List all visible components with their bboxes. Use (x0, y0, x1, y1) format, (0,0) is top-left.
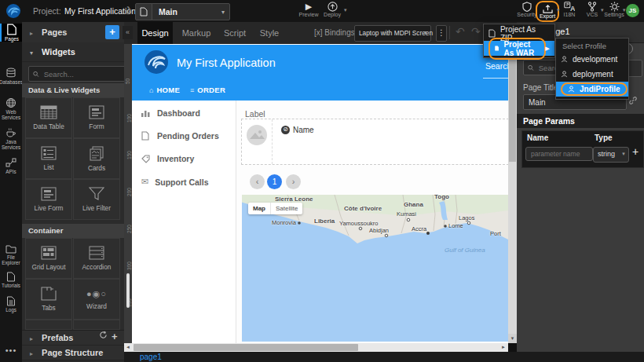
widget-tile-live-filter[interactable]: Live Filter (73, 179, 120, 220)
refresh-prefabs-button[interactable] (99, 331, 108, 339)
dashboard-icon (141, 109, 150, 117)
device-selector-dropdown[interactable]: Laptop with MDPI Screen ▼ (354, 25, 431, 42)
bind-link-icon[interactable] (628, 96, 638, 105)
menu-item-support-calls[interactable]: ✉ Support Calls (141, 177, 208, 187)
widget-tile-tabs[interactable]: Tabs (25, 279, 72, 320)
gear-icon (609, 2, 620, 12)
security-label: Security (517, 12, 536, 17)
statusbar-page-tab[interactable]: page1 (140, 353, 162, 361)
vscroll-thumb[interactable] (509, 44, 516, 162)
vcs-button[interactable]: VCS (583, 2, 602, 17)
expand-down-icon: ▾ (30, 49, 33, 57)
widget-tile-accordion[interactable]: Accordion (73, 238, 120, 279)
param-type-select[interactable]: string ▼ (593, 147, 629, 163)
widget-tile-data-table[interactable]: Data Table (25, 97, 72, 138)
rail-item-file-explorer[interactable]: File Explorer (0, 244, 22, 265)
card-image-cell (242, 119, 273, 164)
widget-tile-form[interactable]: Form (73, 97, 120, 138)
deploy-button[interactable]: Deploy (320, 2, 344, 17)
profile-item-deployment[interactable]: deployment (556, 67, 628, 82)
add-param-button[interactable]: + (632, 145, 639, 158)
widget-tile-grid-layout[interactable]: Grid Layout (25, 238, 72, 279)
widget-tile-partial-1[interactable] (25, 320, 72, 330)
menu-item-inventory[interactable]: Inventory (141, 154, 194, 163)
user-avatar[interactable]: JS (626, 4, 639, 17)
rail-item-apis[interactable]: APIs (0, 157, 22, 174)
collapse-panel-button[interactable]: « (123, 26, 133, 39)
redo-icon[interactable]: ↷ (471, 25, 481, 38)
page-params-table: Name Type string ▼ + (521, 130, 644, 168)
more-options-kebab[interactable]: ⋮ (436, 25, 447, 42)
widget-search[interactable] (28, 66, 125, 82)
rail-item-java-services[interactable]: Java Services (0, 127, 22, 150)
tab-script[interactable]: Script (218, 22, 251, 44)
rail-more-button[interactable]: ••• (0, 346, 22, 355)
design-canvas[interactable]: My First Application Search ⌂ HOME ≡ ORD… (132, 44, 508, 343)
widget-tile-list[interactable]: List (25, 138, 72, 179)
vcs-chevron-icon: ▾ (601, 7, 604, 13)
widget-tile-wizard[interactable]: ●◉○ Wizard (73, 279, 120, 320)
app-search-link[interactable]: Search (485, 61, 508, 71)
add-prefab-button[interactable]: + (112, 330, 118, 344)
menu-item-pending-orders[interactable]: Pending Orders (141, 131, 219, 141)
param-type-value: string (598, 150, 615, 158)
export-menu-item-war[interactable]: Project As WAR ▶ (484, 41, 554, 56)
app-logo-icon (144, 49, 169, 75)
pagination-next-button[interactable]: › (286, 174, 301, 189)
tab-design[interactable]: Design (137, 22, 173, 44)
profile-icon (561, 56, 568, 63)
map-widget[interactable]: Sierra Leone Monrovia Liberia Côte d'Ivo… (242, 195, 508, 342)
satellite-button[interactable]: Satellite (270, 203, 302, 214)
undo-icon[interactable]: ↶ (456, 25, 465, 38)
nav-order[interactable]: ≡ ORDER (190, 86, 225, 94)
profile-item-development[interactable]: development (556, 52, 628, 67)
pagination-prev-button[interactable]: ‹ (250, 174, 265, 189)
canvas-horizontal-scrollbar[interactable]: ◄ ► (124, 343, 508, 352)
scroll-right-arrow-icon[interactable]: ► (499, 343, 507, 352)
prefabs-section-row[interactable]: ▸ Prefabs + (22, 330, 124, 346)
project-label: Project: (33, 6, 61, 16)
list-widget-card[interactable]: ⊘ Name (241, 119, 508, 165)
add-page-button[interactable]: + (105, 25, 119, 39)
widget-search-input[interactable] (42, 69, 123, 79)
page-structure-row[interactable]: ▸ Page Structure (22, 346, 124, 360)
image-placeholder (247, 125, 267, 145)
menu-item-dashboard[interactable]: Dashboard (141, 108, 200, 118)
app-header[interactable]: My First Application Search ⌂ HOME ≡ ORD… (132, 45, 508, 101)
map-button[interactable]: Map (248, 203, 270, 214)
rail-item-tutorials[interactable]: Tutorials (0, 272, 22, 288)
export-button[interactable]: Export (536, 1, 559, 22)
refresh-icon (99, 331, 108, 339)
rail-item-logs[interactable]: Logs (0, 296, 22, 313)
tab-markup[interactable]: Markup (177, 22, 215, 44)
nav-home[interactable]: ⌂ HOME (149, 86, 180, 94)
scroll-left-arrow-icon[interactable]: ◄ (124, 343, 132, 352)
hscroll-thumb[interactable] (134, 344, 358, 351)
canvas-vertical-scrollbar[interactable]: ▼ (508, 44, 517, 343)
param-name-input[interactable] (525, 147, 593, 161)
rail-item-databases[interactable]: Databases (0, 68, 22, 85)
settings-button[interactable]: Settings (604, 2, 624, 17)
bindings-button[interactable]: [x] Bindings ▾ (314, 28, 360, 37)
map-type-control[interactable]: Map Satellite (248, 203, 302, 214)
ruler-scroll-thumb[interactable] (126, 273, 130, 308)
i18n-button[interactable]: A I18N (559, 2, 580, 17)
preview-button[interactable]: ▶ Preview (297, 2, 320, 17)
widget-tile-live-form[interactable]: Live Form (25, 179, 72, 220)
inspector-options-button[interactable] (627, 60, 642, 77)
widget-tile-partial-2[interactable]: ···· (73, 320, 120, 330)
chevron-down-icon: ▼ (423, 30, 428, 35)
profile-item-jndiprofile[interactable]: JndiProfile (556, 82, 628, 97)
page-selector-dropdown[interactable]: Main ▾ (152, 3, 230, 20)
pages-section-row[interactable]: ▸ Pages + (22, 22, 124, 43)
pagination-current-page[interactable]: 1 (267, 174, 282, 189)
left-rail: Pages Databases Web Services Java Servic… (0, 22, 22, 362)
tab-style[interactable]: Style (254, 22, 284, 44)
scroll-down-arrow-icon[interactable]: ▼ (508, 334, 517, 343)
search-icon (33, 71, 39, 78)
widgets-section-row[interactable]: ▾ Widgets (22, 42, 124, 62)
rail-item-pages[interactable]: Pages (0, 24, 22, 42)
widget-tile-cards[interactable]: Cards (73, 138, 120, 179)
document-icon (141, 131, 149, 141)
rail-item-web-services[interactable]: Web Services (0, 97, 22, 120)
